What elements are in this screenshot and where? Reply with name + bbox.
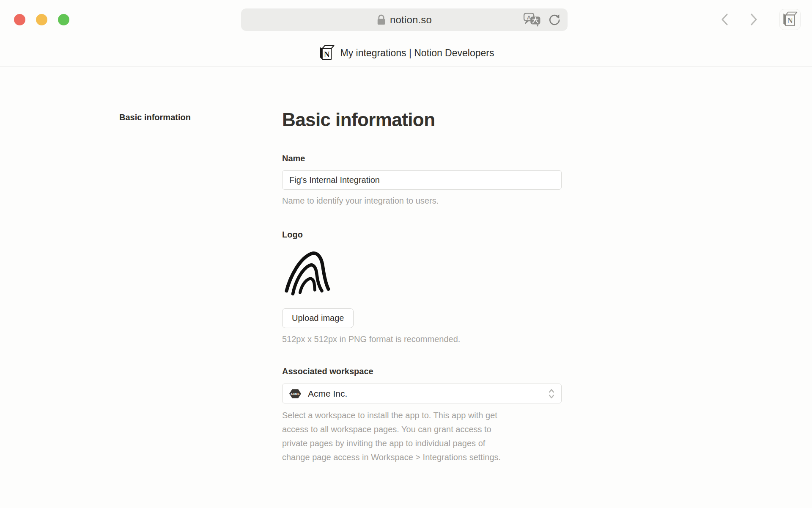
svg-text:N: N (324, 50, 329, 58)
lock-icon (377, 14, 386, 25)
updown-chevron-icon (548, 388, 555, 400)
notion-logo-icon: N (318, 44, 335, 62)
page-title: Basic information (282, 109, 562, 130)
sidebar-item-basic-information[interactable]: Basic information (119, 113, 191, 122)
url-text: notion.so (390, 14, 432, 26)
acme-workspace-icon: ACME (288, 388, 302, 400)
minimize-button[interactable] (36, 14, 47, 25)
back-button[interactable] (719, 12, 731, 27)
logo-help-text: 512px x 512px in PNG format is recommend… (282, 334, 460, 344)
svg-text:A: A (527, 14, 531, 20)
workspace-help-text: Select a workspace to install the app to… (282, 409, 561, 464)
zoom-button[interactable] (58, 14, 69, 25)
forward-button[interactable] (748, 12, 760, 27)
reload-button[interactable] (547, 12, 562, 28)
translate-button[interactable]: A (523, 12, 541, 28)
address-bar[interactable]: notion.so A (241, 8, 568, 31)
associated-workspace-label: Associated workspace (282, 367, 373, 376)
name-input[interactable] (282, 170, 562, 190)
workspace-select-value: Acme Inc. (308, 389, 347, 399)
tab-title: My integrations | Notion Developers (340, 47, 494, 59)
svg-text:N: N (787, 17, 793, 25)
page-title-row: N My integrations | Notion Developers (0, 42, 812, 64)
integration-logo-image (284, 250, 334, 295)
close-button[interactable] (14, 14, 25, 25)
svg-text:ACME: ACME (291, 392, 300, 395)
notion-app-icon[interactable]: N (779, 9, 801, 30)
name-label: Name (282, 154, 305, 163)
window-controls (14, 14, 69, 25)
logo-label: Logo (282, 230, 303, 240)
browser-chrome: notion.so A (0, 0, 812, 66)
upload-image-button[interactable]: Upload image (282, 308, 354, 328)
workspace-select[interactable]: ACME Acme Inc. (282, 384, 562, 403)
name-help-text: Name to identify your integration to use… (282, 196, 439, 206)
